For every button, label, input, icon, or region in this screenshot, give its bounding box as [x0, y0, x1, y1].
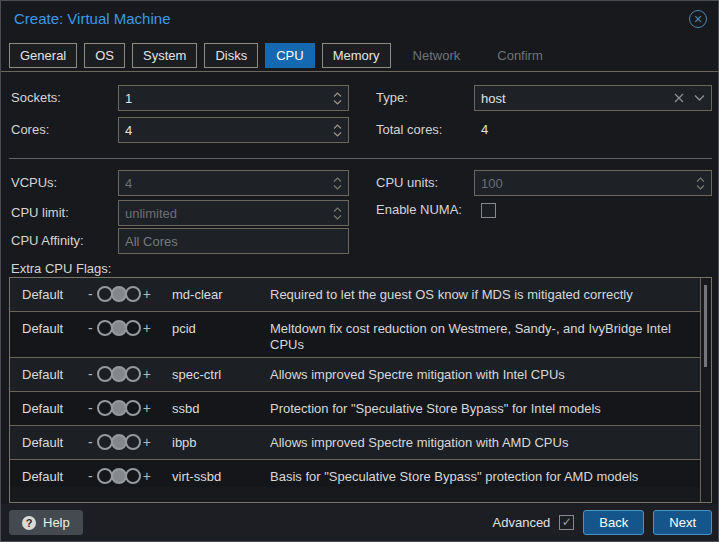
- dialog-footer: ? Help Advanced ✓ Back Next: [1, 504, 719, 541]
- tab-bar: General OS System Disks CPU Memory Netwo…: [9, 43, 558, 68]
- tabbar-divider: [1, 71, 719, 72]
- tab-network: Network: [398, 43, 476, 68]
- flag-tristate-slider[interactable]: - +: [80, 312, 172, 336]
- slider-minus-label: -: [88, 434, 93, 450]
- tab-os[interactable]: OS: [84, 43, 125, 68]
- vcpus-field: [118, 170, 349, 196]
- tab-confirm: Confirm: [482, 43, 558, 68]
- slider-plus-label: +: [143, 366, 151, 382]
- footer-actions: Advanced ✓ Back Next: [493, 510, 712, 535]
- cpu-units-input: [481, 176, 692, 191]
- total-cores-label: Total cores:: [376, 117, 442, 143]
- slider-minus-label: -: [88, 366, 93, 382]
- cpu-units-field: [474, 170, 712, 196]
- flag-state: Default: [10, 358, 80, 382]
- help-label: Help: [43, 515, 70, 530]
- flag-state: Default: [10, 392, 80, 416]
- slider-on-stop[interactable]: [125, 434, 141, 450]
- chevron-down-icon: [333, 185, 342, 190]
- create-vm-dialog: Create: Virtual Machine ✕ General OS Sys…: [0, 0, 719, 542]
- cpu-affinity-field[interactable]: [118, 228, 349, 254]
- spinner-buttons[interactable]: [333, 124, 342, 137]
- cpu-limit-input: [125, 206, 329, 221]
- flag-row-ssbd: Default - + ssbd Protection for "Specula…: [10, 392, 701, 426]
- flag-description: Meltdown fix cost reduction on Westmere,…: [270, 312, 701, 353]
- flag-tristate-slider[interactable]: - +: [80, 392, 172, 416]
- flag-state: Default: [10, 312, 80, 336]
- tab-cpu[interactable]: CPU: [265, 43, 314, 68]
- sockets-input[interactable]: [125, 91, 329, 106]
- chevron-up-icon: [696, 177, 705, 182]
- cpu-units-label: CPU units:: [376, 170, 438, 196]
- vcpus-label: VCPUs:: [11, 170, 57, 196]
- close-icon[interactable]: ✕: [689, 10, 707, 28]
- enable-numa-checkbox[interactable]: [481, 203, 496, 218]
- slider-on-stop[interactable]: [125, 320, 141, 336]
- flag-row-spec-ctrl: Default - + spec-ctrl Allows improved Sp…: [10, 358, 701, 392]
- flag-state: Default: [10, 278, 80, 302]
- slider-plus-label: +: [143, 286, 151, 302]
- slider-minus-label: -: [88, 286, 93, 302]
- flag-name: ssbd: [172, 392, 270, 416]
- spinner-buttons: [333, 177, 342, 190]
- chevron-down-icon[interactable]: [694, 95, 705, 101]
- cpu-affinity-input[interactable]: [125, 234, 342, 249]
- slider-plus-label: +: [143, 468, 151, 484]
- flag-row-md-clear: Default - + md-clear Required to let the…: [10, 278, 701, 312]
- scrollbar-thumb[interactable]: [704, 285, 707, 367]
- tab-memory[interactable]: Memory: [322, 43, 391, 68]
- tab-disks[interactable]: Disks: [204, 43, 258, 68]
- flag-description: Protection for "Speculative Store Bypass…: [270, 392, 701, 417]
- next-button[interactable]: Next: [653, 510, 712, 535]
- spinner-buttons: [696, 177, 705, 190]
- flag-state: Default: [10, 426, 80, 450]
- flag-description: Required to let the guest OS know if MDS…: [270, 278, 701, 303]
- slider-on-stop[interactable]: [125, 366, 141, 382]
- chevron-up-icon[interactable]: [333, 92, 342, 97]
- flag-description: Basis for "Speculative Store Bypass" pro…: [270, 460, 701, 485]
- flag-name: md-clear: [172, 278, 270, 302]
- spinner-buttons[interactable]: [333, 92, 342, 105]
- slider-on-stop[interactable]: [125, 468, 141, 484]
- advanced-label: Advanced: [493, 515, 551, 530]
- flag-tristate-slider[interactable]: - +: [80, 278, 172, 302]
- flag-name: ibpb: [172, 426, 270, 450]
- type-input[interactable]: [481, 91, 670, 106]
- combo-icons: [674, 93, 705, 103]
- slider-minus-label: -: [88, 320, 93, 336]
- dialog-title: Create: Virtual Machine: [14, 10, 170, 27]
- slider-on-stop[interactable]: [125, 286, 141, 302]
- type-combo[interactable]: [474, 85, 712, 111]
- slider-minus-label: -: [88, 468, 93, 484]
- advanced-checkbox[interactable]: ✓: [559, 515, 574, 530]
- slider-plus-label: +: [143, 400, 151, 416]
- flag-row-pcid: Default - + pcid Meltdown fix cost reduc…: [10, 312, 701, 358]
- flag-name: pcid: [172, 312, 270, 336]
- slider-minus-label: -: [88, 400, 93, 416]
- help-icon: ?: [22, 516, 36, 530]
- slider-on-stop[interactable]: [125, 400, 141, 416]
- cpu-flags-table: Default - + md-clear Required to let the…: [9, 277, 712, 503]
- flag-tristate-slider[interactable]: - +: [80, 426, 172, 450]
- help-button[interactable]: ? Help: [9, 510, 83, 535]
- flag-tristate-slider[interactable]: - +: [80, 358, 172, 382]
- flag-description: Allows improved Spectre mitigation with …: [270, 426, 701, 451]
- sockets-label: Sockets:: [11, 85, 61, 111]
- tab-system[interactable]: System: [132, 43, 197, 68]
- chevron-up-icon[interactable]: [333, 124, 342, 129]
- cores-input[interactable]: [125, 123, 329, 138]
- vcpus-input: [125, 176, 329, 191]
- back-button[interactable]: Back: [583, 510, 644, 535]
- flag-tristate-slider[interactable]: - +: [80, 460, 172, 484]
- cpu-limit-field: [118, 200, 349, 226]
- sockets-field[interactable]: [118, 85, 349, 111]
- clear-x-icon[interactable]: [674, 93, 684, 103]
- chevron-down-icon[interactable]: [333, 132, 342, 137]
- cores-field[interactable]: [118, 117, 349, 143]
- chevron-up-icon: [333, 207, 342, 212]
- flag-row-ibpb: Default - + ibpb Allows improved Spectre…: [10, 426, 701, 460]
- chevron-down-icon[interactable]: [333, 100, 342, 105]
- table-scrollbar[interactable]: [700, 278, 711, 502]
- tab-general[interactable]: General: [9, 43, 77, 68]
- flag-state: Default: [10, 460, 80, 484]
